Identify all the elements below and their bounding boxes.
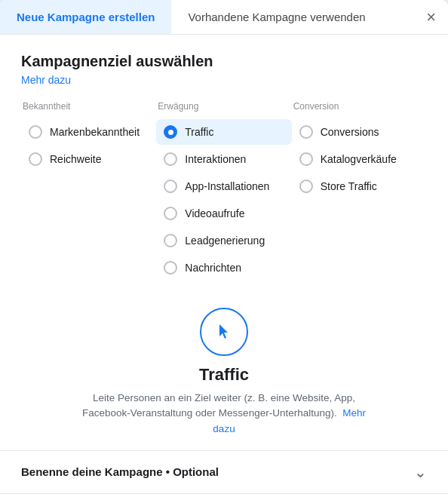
obj-store-traffic[interactable]: Store Traffic	[292, 173, 427, 199]
radio-markenbekanntheit	[29, 125, 42, 139]
obj-katalogverkaeufe[interactable]: Katalogverkäufe	[292, 146, 427, 172]
tab-existing-campaign[interactable]: Vorhandene Kampagne verwenden	[171, 0, 382, 34]
mehr-dazu-link-top[interactable]: Mehr dazu	[21, 74, 71, 86]
obj-label-conversions: Conversions	[321, 126, 379, 138]
obj-videoaufrufe[interactable]: Videoaufrufe	[156, 201, 291, 226]
radio-traffic	[164, 125, 177, 139]
obj-label-leadgenerierung: Leadgenerierung	[185, 235, 265, 247]
preview-desc-text: Leite Personen an ein Ziel weiter (z. B.…	[82, 392, 355, 419]
column-title-bekanntheit: Bekanntheit	[21, 101, 156, 112]
radio-nachrichten	[164, 261, 177, 275]
obj-markenbekanntheit[interactable]: Markenbekanntheit	[21, 119, 156, 145]
obj-conversions[interactable]: Conversions	[292, 119, 427, 145]
objectives-grid: Bekanntheit Markenbekanntheit Reichweite…	[21, 101, 427, 282]
obj-label-store-traffic: Store Traffic	[321, 180, 377, 192]
section-title: Kampagnenziel auswählen	[21, 53, 427, 70]
campaign-modal: Neue Kampagne erstellen Vorhandene Kampa…	[0, 0, 448, 500]
traffic-icon	[212, 320, 236, 344]
radio-reichweite	[29, 152, 42, 166]
close-button[interactable]: ×	[426, 9, 436, 26]
obj-app-installationen[interactable]: App-Installationen	[156, 173, 291, 199]
obj-interaktionen[interactable]: Interaktionen	[156, 146, 291, 172]
obj-label-videoaufrufe: Videoaufrufe	[185, 207, 244, 219]
obj-leadgenerierung[interactable]: Leadgenerierung	[156, 228, 291, 253]
obj-label-interaktionen: Interaktionen	[185, 153, 246, 165]
preview-description: Leite Personen an ein Ziel weiter (z. B.…	[81, 391, 367, 437]
column-bekanntheit: Bekanntheit Markenbekanntheit Reichweite	[21, 101, 156, 282]
obj-nachrichten[interactable]: Nachrichten	[156, 255, 291, 281]
preview-section: Traffic Leite Personen an ein Ziel weite…	[21, 300, 427, 450]
modal-footer: Abbrechen Weiter	[0, 493, 448, 500]
modal-body: Kampagnenziel auswählen Mehr dazu Bekann…	[0, 35, 448, 450]
radio-interaktionen	[164, 152, 177, 166]
preview-icon-circle	[200, 308, 248, 356]
radio-videoaufrufe	[164, 207, 177, 220]
campaign-name-label: Benenne deine Kampagne • Optional	[21, 465, 219, 478]
radio-app-installationen	[164, 179, 177, 193]
campaign-name-row[interactable]: Benenne deine Kampagne • Optional ⌄	[0, 450, 448, 493]
obj-traffic[interactable]: Traffic	[156, 119, 291, 145]
radio-store-traffic	[299, 179, 313, 193]
radio-traffic-inner	[168, 130, 173, 135]
radio-leadgenerierung	[164, 234, 177, 247]
column-title-conversion: Conversion	[292, 101, 427, 112]
obj-label-markenbekanntheit: Markenbekanntheit	[50, 126, 140, 138]
column-title-erwaegung: Erwägung	[156, 101, 291, 112]
column-erwaegung: Erwägung Traffic Interaktionen App-Insta…	[156, 101, 291, 282]
chevron-down-icon: ⌄	[414, 463, 427, 481]
obj-reichweite[interactable]: Reichweite	[21, 146, 156, 172]
tab-new-campaign[interactable]: Neue Kampagne erstellen	[0, 0, 171, 34]
preview-title: Traffic	[199, 365, 249, 385]
obj-label-nachrichten: Nachrichten	[185, 262, 241, 274]
radio-katalogverkaeufe	[299, 152, 313, 166]
obj-label-app-installationen: App-Installationen	[185, 180, 269, 192]
column-conversion: Conversion Conversions Katalogverkäufe S…	[292, 101, 427, 282]
modal-header: Neue Kampagne erstellen Vorhandene Kampa…	[0, 0, 448, 35]
obj-label-reichweite: Reichweite	[50, 153, 101, 165]
radio-conversions	[299, 125, 313, 139]
obj-label-katalogverkaeufe: Katalogverkäufe	[321, 153, 397, 165]
obj-label-traffic: Traffic	[185, 126, 213, 138]
